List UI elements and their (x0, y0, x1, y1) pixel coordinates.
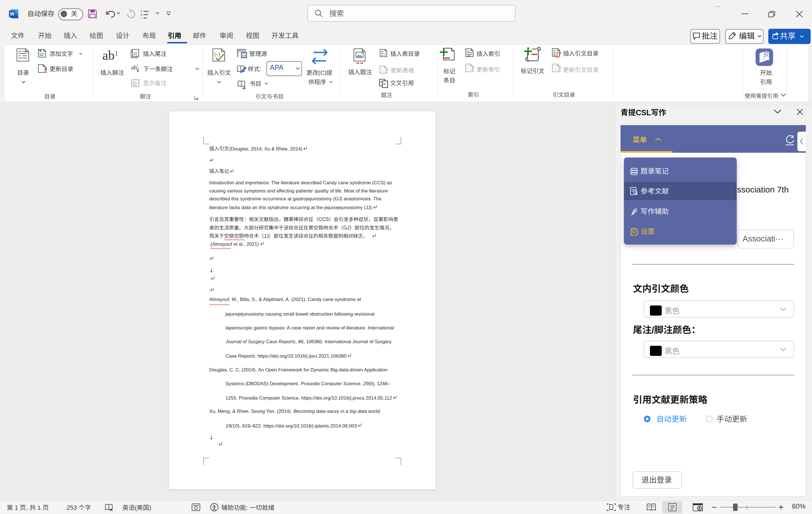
svg-text:[i]: [i] (134, 51, 137, 56)
svg-text:(–): (–) (214, 52, 220, 57)
svg-text:ab: ab (131, 64, 137, 71)
svg-text:W: W (10, 11, 14, 17)
svg-text:1: 1 (137, 64, 139, 67)
svg-text:i: i (140, 16, 141, 19)
